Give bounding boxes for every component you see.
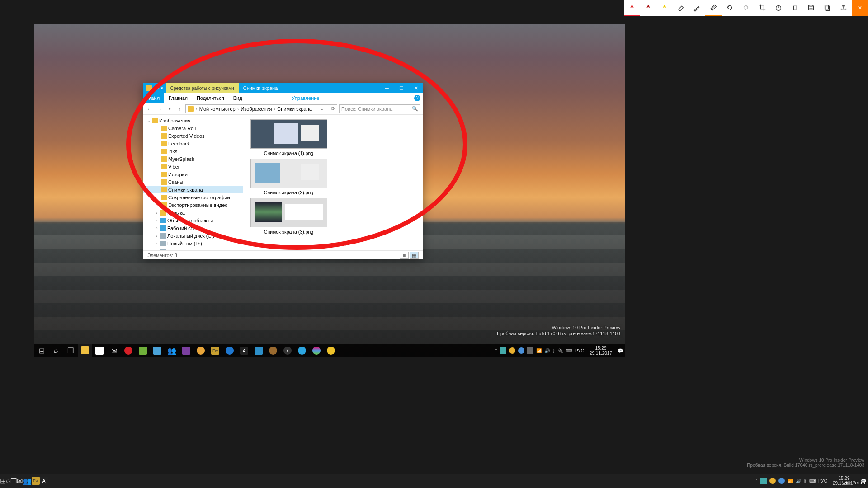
nav-item[interactable]: › <box>143 247 243 250</box>
explorer-titlebar[interactable]: ▪ ▪ ▾ Средства работы с рисунками Снимки… <box>143 83 423 93</box>
nav-item[interactable]: Сканы <box>143 178 243 186</box>
crumb-screenshots[interactable]: Снимки экрана <box>275 106 314 112</box>
nav-item[interactable]: Exported Videos <box>143 132 243 140</box>
tray-bluetooth-icon[interactable]: ᛒ <box>552 348 555 353</box>
outer-app-fireworks[interactable]: Fw <box>32 477 40 485</box>
tray-icon[interactable] <box>518 347 524 354</box>
qat-btn[interactable]: ▪ <box>157 85 159 91</box>
nav-item[interactable]: Viber <box>143 163 243 170</box>
outer-start-button[interactable]: ⊞ <box>0 477 6 485</box>
timer-button[interactable] <box>770 0 787 16</box>
nav-desktop[interactable]: ›Рабочий стол <box>143 224 243 232</box>
nav-music[interactable]: ›Музыка <box>143 209 243 216</box>
share-button[interactable] <box>835 0 852 16</box>
tray-icon[interactable] <box>778 478 785 484</box>
nav-back-button[interactable]: ← <box>146 105 154 113</box>
tray-network-icon[interactable]: 📶 <box>536 348 542 353</box>
crop-button[interactable] <box>754 0 770 16</box>
file-item[interactable]: Снимок экрана (1).png <box>247 118 330 156</box>
tray-icon[interactable] <box>769 478 776 484</box>
pen-darkred-button[interactable] <box>640 0 656 16</box>
nav-3dobjects[interactable]: ›Объемные объекты <box>143 216 243 224</box>
tray-keyboard-icon[interactable]: ⌨ <box>809 479 816 483</box>
view-details-button[interactable]: ≡ <box>400 252 409 259</box>
tray-icon[interactable] <box>527 347 533 354</box>
tray-keyboard-icon[interactable]: ⌨ <box>566 348 572 353</box>
start-button[interactable]: ⊞ <box>34 344 49 357</box>
taskview-button[interactable]: ❐ <box>63 344 78 357</box>
qat-btn[interactable]: ▪ <box>154 85 156 91</box>
tray[interactable]: ˄ 📶 🔊 ᛒ 🔌 ⌨ РУС 15:29 29.11.2017 💬 <box>493 346 625 356</box>
ruler-button[interactable] <box>705 0 722 16</box>
ribbon-tab-manage[interactable]: Управление <box>287 93 324 103</box>
copy-button[interactable] <box>819 0 835 16</box>
tray-battery-icon[interactable]: 🔌 <box>558 348 563 353</box>
outer-taskview-button[interactable]: ❐ <box>10 477 17 485</box>
help-icon[interactable]: ? <box>414 95 420 101</box>
refresh-button[interactable]: ⟳ <box>331 106 335 112</box>
explorer-window[interactable]: ▪ ▪ ▾ Средства работы с рисунками Снимки… <box>143 83 423 259</box>
taskbar-app-telegram[interactable] <box>295 344 309 357</box>
delete-button[interactable] <box>787 0 803 16</box>
tray-bluetooth-icon[interactable]: ᛒ <box>804 479 807 483</box>
nav-item-selected[interactable]: Снимки экрана <box>143 186 243 193</box>
ribbon-expand-icon[interactable]: ⌄ <box>408 96 411 100</box>
outer-language[interactable]: РУС <box>818 479 827 483</box>
outer-search-button[interactable]: ⌕ <box>6 477 10 485</box>
taskbar-app[interactable] <box>324 344 338 357</box>
redo-button[interactable] <box>738 0 754 16</box>
tray-clock[interactable]: 15:29 29.11.2017 <box>587 346 615 356</box>
nav-forward-button[interactable]: → <box>156 105 164 113</box>
nav-item[interactable]: Экспортированные видео <box>143 201 243 209</box>
breadcrumb[interactable]: › Мой компьютер › Изображения › Снимки э… <box>185 104 337 113</box>
file-item[interactable]: Снимок экрана (2).png <box>247 158 330 195</box>
inner-taskbar[interactable]: ⊞ ⌕ ❐ ✉ 👥 Fw A ✴ ˄ 📶 🔊 ᛒ 🔌 ⌨ <box>34 344 625 357</box>
nav-recent-button[interactable]: ▾ <box>165 105 174 113</box>
ribbon-tab-home[interactable]: Главная <box>164 93 192 103</box>
search-button[interactable]: ⌕ <box>49 344 63 357</box>
tray-network-icon[interactable]: 📶 <box>788 479 793 483</box>
maximize-button[interactable]: ☐ <box>394 83 409 93</box>
taskbar-app-edge[interactable] <box>222 344 237 357</box>
nav-images[interactable]: ⌄Изображения <box>143 117 243 124</box>
taskbar-app-store[interactable] <box>92 344 107 357</box>
taskbar-app-explorer[interactable] <box>78 344 92 357</box>
undo-button[interactable] <box>722 0 738 16</box>
content-pane[interactable]: Снимок экрана (1).png Снимок экрана (2).… <box>243 115 423 250</box>
crumb-images[interactable]: Изображения <box>239 106 274 112</box>
tray-volume-icon[interactable]: 🔊 <box>796 479 801 483</box>
history-dropdown-icon[interactable]: ⌄ <box>321 107 324 111</box>
taskbar-app[interactable] <box>150 344 165 357</box>
navigation-pane[interactable]: ⌄Изображения Camera Roll Exported Videos… <box>143 115 243 250</box>
nav-item[interactable]: Feedback <box>143 140 243 147</box>
taskbar-app[interactable]: ✴ <box>280 344 295 357</box>
outer-app[interactable]: A <box>40 477 48 485</box>
close-button[interactable]: ✕ <box>409 83 423 93</box>
annotation-close-button[interactable]: × <box>852 0 868 16</box>
taskbar-app[interactable] <box>136 344 150 357</box>
file-item[interactable]: Снимок экрана (3).png <box>247 197 330 235</box>
outer-app-people[interactable]: 👥 <box>23 477 32 485</box>
minimize-button[interactable]: ─ <box>380 83 394 93</box>
ribbon-tab-file[interactable]: Файл <box>143 93 164 103</box>
tray-show-hidden[interactable]: ˄ <box>755 479 758 483</box>
tray-show-hidden[interactable]: ˄ <box>495 348 497 353</box>
save-button[interactable] <box>803 0 819 16</box>
search-input[interactable]: Поиск: Снимки экрана 🔍 <box>339 104 420 113</box>
crumb-mycomputer[interactable]: Мой компьютер <box>198 106 237 112</box>
outer-app-mail[interactable]: ✉ <box>17 477 23 485</box>
eraser-button[interactable] <box>673 0 689 16</box>
ribbon-tab-view[interactable]: Вид <box>229 93 247 103</box>
taskbar-app-people[interactable]: 👥 <box>165 344 179 357</box>
taskbar-app[interactable]: A <box>237 344 251 357</box>
nav-up-button[interactable]: ↑ <box>175 105 184 113</box>
taskbar-app-opera[interactable] <box>121 344 136 357</box>
taskbar-app[interactable] <box>266 344 280 357</box>
taskbar-app-mail[interactable]: ✉ <box>107 344 121 357</box>
pen-red-button[interactable] <box>624 0 640 16</box>
action-center-icon[interactable]: 💬 <box>618 348 623 353</box>
tray-icon[interactable] <box>760 478 767 484</box>
nav-drive-d[interactable]: ›Новый том (D:) <box>143 239 243 247</box>
ribbon-tab-share[interactable]: Поделиться <box>192 93 229 103</box>
nav-item[interactable]: Истории <box>143 170 243 178</box>
